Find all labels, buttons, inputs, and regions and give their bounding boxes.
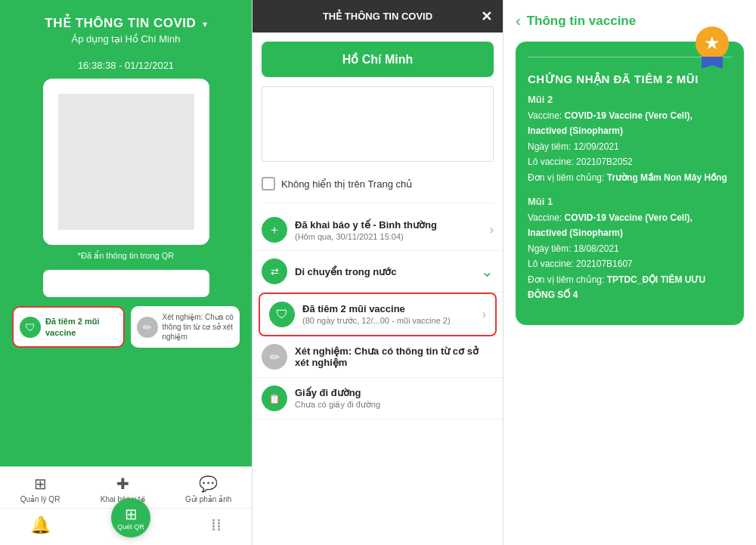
medal-ribbon [702, 57, 723, 69]
panel2-header-title: THẺ THÔNG TIN COVID [323, 11, 432, 22]
timestamp: 16:38:38 - 01/12/2021 [78, 60, 174, 71]
dose2-unit: Trường Mầm Non Mây Hồng [607, 172, 727, 183]
document-icon: 📋 [262, 386, 287, 411]
list-item-giaydi[interactable]: 📋 Giấy đi đường Chưa có giấy đi đường [253, 378, 503, 420]
panel2-city: Hồ Chí Minh [262, 42, 494, 77]
nav-guiphan[interactable]: 💬 Gửi phản ảnh [185, 475, 231, 503]
panel2-header: THẺ THÔNG TIN COVID ✕ [253, 0, 503, 33]
id-area [43, 270, 209, 297]
qr-fab-icon: ⊞ [125, 505, 138, 523]
close-icon[interactable]: ✕ [481, 8, 492, 25]
list-title-vaccine: Đã tiêm 2 mũi vaccine [302, 303, 475, 314]
panel2-checkbox-row: Không hiển thị trên Trang chủ [253, 171, 503, 197]
dose2-lot-label: Lô vaccine: [528, 156, 574, 167]
nav-guiphan-label: Gửi phản ảnh [185, 495, 231, 503]
panel-3: ‹ Thông tin vaccine ★ CHỨNG NHẬN ĐÃ TIÊM… [503, 0, 756, 545]
shield-icon: 🛡 [20, 317, 41, 338]
dose1-unit-label: Đơn vị tiêm chủng: [528, 274, 604, 285]
back-arrow-icon[interactable]: ‹ [516, 12, 521, 29]
dose2-date: 12/09/2021 [574, 141, 619, 152]
dose1-date-label: Ngày tiêm: [528, 243, 571, 254]
panel1-title: THẺ THÔNG TIN COVID [45, 16, 196, 30]
dose1-label: Mũi 1 [528, 196, 732, 207]
list-title-dichuy: Di chuyển trong nước [295, 266, 473, 277]
qr-code-area [43, 79, 209, 245]
checkbox-label: Không hiển thị trên Trang chủ [281, 178, 412, 190]
list-text-xetnghiem: Xét nghiệm: Chưa có thông tin từ cơ sở x… [295, 345, 494, 368]
dose2-unit-label: Đơn vị tiêm chủng: [528, 172, 604, 183]
panel-1: THẺ THÔNG TIN COVID ▾ Áp dụng tại Hồ Chí… [0, 0, 252, 545]
shield-list-icon: 🛡 [269, 302, 295, 327]
list-title-xetnghiem: Xét nghiệm: Chưa có thông tin từ cơ sở x… [295, 345, 494, 368]
panel1-bottom-bar: 🔔 ⊞ Quét QR ⁞⁞ [0, 508, 252, 545]
dose1-vaccine: COVID-19 Vaccine (Vero Cell), Inactived … [528, 212, 692, 238]
pen-icon: ✏ [262, 344, 287, 370]
arrow-icon: › [490, 223, 494, 237]
dose2-vaccine: COVID-19 Vaccine (Vero Cell), Inactived … [528, 110, 692, 136]
divider [262, 203, 494, 203]
list-item-vaccine[interactable]: 🛡 Đã tiêm 2 mũi vaccine (80 ngày trước, … [259, 293, 497, 336]
list-item-khaibao[interactable]: ＋ Đã khai báo y tế - Bình thường (Hôm qu… [253, 209, 503, 251]
list-subtitle-vaccine: (80 ngày trước, 12/...00 - mũi vaccine 2… [302, 316, 475, 326]
status-row: 🛡 Đã tiêm 2 mũi vaccine ✏ Xét nghiệm: Ch… [12, 306, 240, 348]
cross-icon: ✚ [116, 475, 129, 493]
move-icon: ⇄ [262, 259, 287, 284]
list-title-khaibao: Đã khai báo y tế - Bình thường [295, 219, 482, 231]
arrow-icon-vaccine: › [482, 308, 486, 321]
dose2-info: Vaccine: COVID-19 Vaccine (Vero Cell), I… [528, 108, 732, 185]
dropdown-arrow-icon[interactable]: ▾ [203, 19, 207, 29]
pencil-icon: ✏ [137, 317, 158, 338]
vaccine-badge-text: Đã tiêm 2 mũi vaccine [45, 316, 117, 338]
dose1-section: Mũi 1 Vaccine: COVID-19 Vaccine (Vero Ce… [528, 196, 732, 302]
medal-star-icon: ★ [696, 26, 729, 60]
list-title-giaydi: Giấy đi đường [295, 387, 494, 398]
menu-icon[interactable]: ⁞⁞ [211, 516, 222, 535]
panel1-header: THẺ THÔNG TIN COVID ▾ Áp dụng tại Hồ Chí… [0, 0, 252, 52]
dose1-lot-label: Lô vaccine: [528, 259, 574, 269]
list-text-dichuy: Di chuyển trong nước [295, 266, 473, 277]
qr-fab-button[interactable]: ⊞ Quét QR [111, 498, 150, 537]
plus-circle-icon: ＋ [262, 217, 287, 243]
checkbox[interactable] [262, 177, 275, 190]
panel1-body: 16:38:38 - 01/12/2021 *Đã ẩn thông tin t… [0, 52, 252, 466]
list-subtitle-khaibao: (Hôm qua, 30/11/2021 15:04) [295, 232, 482, 241]
vaccine-badge[interactable]: 🛡 Đã tiêm 2 mũi vaccine [12, 306, 125, 348]
vaccine-cert-card: ★ CHỨNG NHẬN ĐÃ TIÊM 2 MŨI Mũi 2 Vaccine… [516, 42, 744, 325]
dose1-date: 18/08/2021 [574, 243, 619, 254]
chat-icon: 💬 [199, 475, 218, 493]
qr-note: *Đã ẩn thông tin trong QR [78, 251, 174, 261]
dose2-label: Mũi 2 [528, 94, 732, 105]
dose2-date-label: Ngày tiêm: [528, 141, 571, 152]
grid-icon: ⊞ [34, 475, 47, 493]
nav-quanly[interactable]: ⊞ Quản lý QR [20, 475, 60, 503]
panel3-title: Thông tin vaccine [527, 14, 637, 29]
test-badge-text: Xét nghiệm: Chưa có thông tin từ cơ sở x… [163, 312, 234, 342]
list-subtitle-giaydi: Chưa có giấy đi đường [295, 400, 494, 410]
dose1-lot: 202107B1607 [576, 259, 633, 269]
panel-2: THẺ THÔNG TIN COVID ✕ Hồ Chí Minh Không … [252, 0, 503, 545]
test-badge: ✏ Xét nghiệm: Chưa có thông tin từ cơ sở… [131, 306, 240, 348]
panel1-subtitle: Áp dụng tại Hồ Chí Minh [8, 33, 244, 45]
dose1-info: Vaccine: COVID-19 Vaccine (Vero Cell), I… [528, 210, 732, 302]
medal: ★ [696, 26, 729, 69]
list-text-khaibao: Đã khai báo y tế - Bình thường (Hôm qua,… [295, 219, 482, 241]
chevron-down-icon: ⌄ [481, 262, 494, 280]
list-item-dichuy[interactable]: ⇄ Di chuyển trong nước ⌄ [253, 251, 503, 293]
list-text-vaccine: Đã tiêm 2 mũi vaccine (80 ngày trước, 12… [302, 303, 475, 326]
list-text-giaydi: Giấy đi đường Chưa có giấy đi đường [295, 387, 494, 410]
dose2-lot: 202107B2052 [576, 156, 633, 167]
list-item-xetnghiem: ✏ Xét nghiệm: Chưa có thông tin từ cơ sở… [253, 336, 503, 378]
nav-quanly-label: Quản lý QR [20, 495, 60, 503]
panel2-qr-placeholder [262, 86, 494, 162]
bell-icon[interactable]: 🔔 [30, 516, 51, 535]
qr-fab-label: Quét QR [117, 523, 144, 531]
qr-image [58, 94, 194, 230]
dose2-section: Mũi 2 Vaccine: COVID-19 Vaccine (Vero Ce… [528, 94, 732, 185]
